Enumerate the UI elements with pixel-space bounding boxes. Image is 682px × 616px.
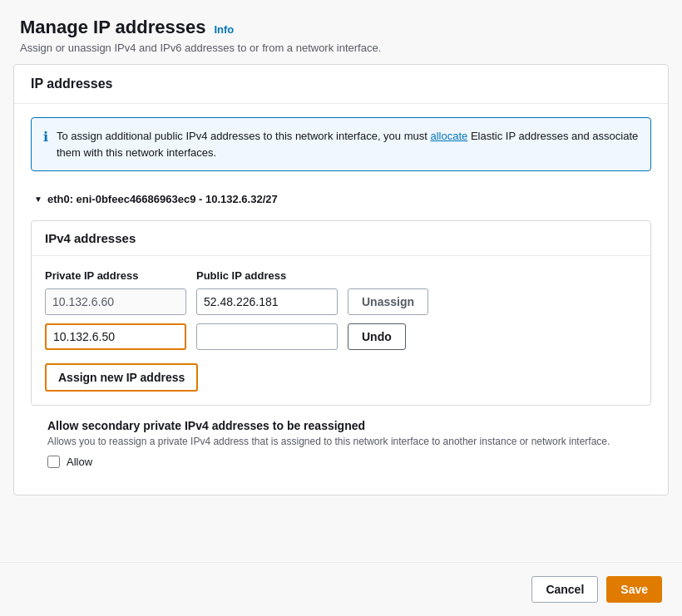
allocate-link[interactable]: allocate	[430, 130, 467, 142]
public-ip-input-1[interactable]	[196, 288, 338, 315]
public-ip-input-2[interactable]	[196, 323, 338, 350]
reassign-desc: Allows you to reassign a private IPv4 ad…	[47, 436, 635, 447]
ip-row-2: Undo	[45, 323, 637, 350]
undo-button[interactable]: Undo	[348, 323, 406, 350]
main-content: IP addresses ℹ To assign additional publ…	[0, 64, 682, 562]
private-ip-input-1[interactable]	[45, 288, 186, 315]
col-headers: Private IP address Public IP address	[45, 269, 637, 282]
ip-addresses-card: IP addresses ℹ To assign additional publ…	[13, 64, 669, 495]
ipv4-card-header: IPv4 addresses	[32, 221, 650, 256]
page-wrapper: Manage IP addresses Info Assign or unass…	[0, 0, 682, 616]
ipv4-card: IPv4 addresses Private IP address Public…	[31, 220, 651, 406]
allow-checkbox[interactable]	[47, 456, 60, 468]
ip-row-1: Unassign	[45, 288, 637, 315]
checkbox-row: Allow	[47, 456, 635, 468]
card-body: ℹ To assign additional public IPv4 addre…	[14, 104, 668, 495]
cancel-button[interactable]: Cancel	[531, 576, 598, 603]
page-header: Manage IP addresses Info Assign or unass…	[0, 0, 682, 64]
col-header-private: Private IP address	[45, 269, 186, 282]
chevron-down-icon: ▼	[34, 195, 42, 204]
ipv4-card-body: Private IP address Public IP address Una…	[32, 256, 650, 405]
info-banner-text: To assign additional public IPv4 address…	[57, 128, 639, 160]
card-header: IP addresses	[14, 65, 668, 104]
reassign-section: Allow secondary private IPv4 addresses t…	[31, 406, 651, 481]
interface-label: eth0: eni-0bfeec46686963ec9 - 10.132.6.3…	[47, 193, 278, 205]
info-banner: ℹ To assign additional public IPv4 addre…	[31, 117, 651, 171]
page-subtitle: Assign or unassign IPv4 and IPv6 address…	[20, 42, 662, 54]
card-header-title: IP addresses	[31, 76, 112, 91]
unassign-button-1[interactable]: Unassign	[348, 288, 428, 315]
col-header-public: Public IP address	[196, 269, 338, 282]
private-ip-input-2[interactable]	[45, 323, 186, 350]
page-title: Manage IP addresses	[20, 17, 205, 38]
info-link[interactable]: Info	[214, 23, 234, 36]
reassign-title: Allow secondary private IPv4 addresses t…	[47, 419, 635, 432]
save-button[interactable]: Save	[606, 576, 662, 603]
interface-header: ▼ eth0: eni-0bfeec46686963ec9 - 10.132.6…	[31, 185, 651, 214]
info-text-before: To assign additional public IPv4 address…	[57, 130, 430, 142]
assign-new-ip-button[interactable]: Assign new IP address	[45, 363, 198, 392]
ipv4-card-title: IPv4 addresses	[45, 231, 136, 245]
info-circle-icon: ℹ	[43, 129, 48, 145]
page-title-row: Manage IP addresses Info	[20, 17, 662, 38]
allow-label: Allow	[67, 456, 92, 468]
footer: Cancel Save	[0, 562, 682, 616]
assign-btn-container: Assign new IP address	[45, 358, 637, 392]
